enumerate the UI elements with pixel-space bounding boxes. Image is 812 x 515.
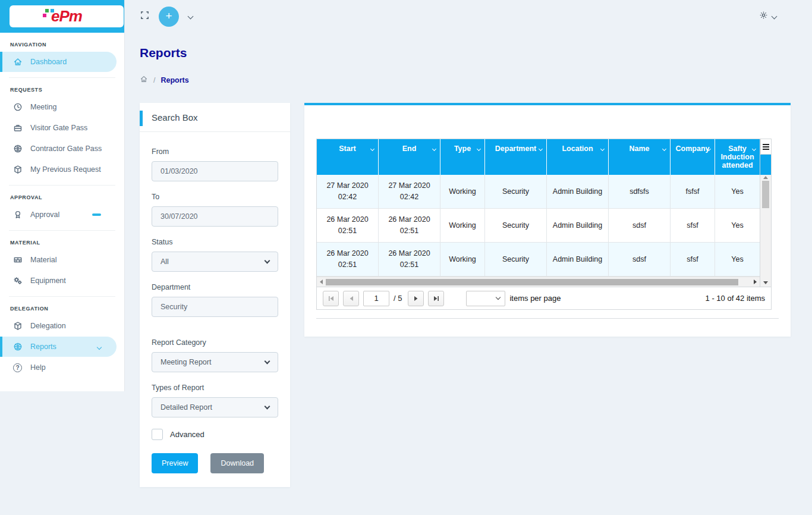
column-menu-chevron-icon[interactable] [662,147,666,151]
sidebar-item-delegation[interactable]: Delegation [0,316,117,336]
sidebar-item-label: Delegation [30,322,66,330]
column-header-location[interactable]: Location [547,139,609,175]
department-input[interactable] [152,297,278,317]
sidebar-item-label: Reports [30,343,56,351]
main-content: Reports / Reports Search Box From To Sta… [125,46,812,487]
collapse-minus-indicator[interactable] [92,213,101,216]
column-menu-chevron-icon[interactable] [539,147,543,151]
report-category-select[interactable]: Meeting Report [152,352,278,372]
logo-text: ePm [51,7,82,26]
scroll-right-arrow-icon[interactable] [754,280,757,284]
settings-menu[interactable] [759,11,776,22]
column-header-end[interactable]: End [379,139,440,175]
horizontal-scrollbar[interactable] [317,277,760,287]
items-per-page-select[interactable] [466,291,505,306]
sidebar-item-reports[interactable]: Reports [0,337,117,357]
table-row[interactable]: 26 Mar 202002:51 26 Mar 202002:51 Workin… [317,243,760,277]
sidebar-item-label: Dashboard [30,58,67,66]
advanced-checkbox[interactable] [152,429,163,440]
column-menu-chevron-icon[interactable] [477,147,481,151]
sidebar-item-dashboard[interactable]: Dashboard [0,52,117,72]
nav-section-requests: REQUESTS [0,78,124,96]
topbar: + [125,0,812,33]
sidebar-item-equipment[interactable]: Equipment [0,271,117,291]
status-label: Status [152,238,278,246]
cell-name: sdfsfs [609,175,671,208]
horizontal-scroll-thumb[interactable] [326,279,738,285]
status-select[interactable]: All [152,252,278,272]
report-category-selected-value: Meeting Report [160,358,211,366]
nav-section-material: MATERIAL [0,231,124,249]
column-header-type[interactable]: Type [440,139,485,175]
home-icon[interactable] [140,75,148,85]
plus-icon: + [165,10,172,23]
hamburger-icon [763,144,769,145]
last-page-button[interactable] [428,291,444,306]
fullscreen-icon[interactable] [140,11,149,22]
table-header-row: Start End Type Department Location Name … [317,139,760,175]
chevron-down-icon[interactable] [188,14,194,20]
clock-icon [12,102,23,112]
logo-square-pink [43,14,46,17]
chevron-down-icon[interactable] [97,343,101,351]
column-menu-chevron-icon[interactable] [432,147,436,151]
page-total-label: / 5 [394,294,402,303]
column-header-name[interactable]: Name [609,139,671,175]
to-label: To [152,193,278,201]
sidebar-item-my-previous-request[interactable]: My Previous Request [0,159,117,180]
column-menu-chevron-icon[interactable] [370,147,374,151]
column-menu-chevron-icon[interactable] [752,147,756,151]
search-box-title: Search Box [152,112,198,123]
column-header-company[interactable]: Company [671,139,715,175]
package-icon [12,165,23,175]
column-header-start[interactable]: Start [317,139,379,175]
from-date-input[interactable] [152,161,278,181]
app-logo[interactable]: ePm [10,5,124,27]
report-category-label: Report Category [152,338,278,347]
vertical-scroll-thumb[interactable] [762,181,769,208]
report-table-panel: Start End Type Department Location Name … [304,103,791,337]
pagination-bar: / 5 items per page 1 - 10 of 42 items [317,287,771,309]
types-of-report-select[interactable]: Detailed Report [152,397,278,417]
types-of-report-selected-value: Detailed Report [160,403,212,412]
gear-icon [759,11,768,22]
pagination-range-label: 1 - 10 of 42 items [706,294,765,303]
status-selected-value: All [160,258,169,266]
package-icon [12,321,23,331]
to-date-input[interactable] [152,206,278,227]
advanced-label: Advanced [170,430,204,439]
cell-end: 26 Mar 202002:51 [379,209,440,242]
sidebar: ePm NAVIGATION Dashboard REQUESTS Meetin… [0,0,125,391]
sidebar-item-meeting[interactable]: Meeting [0,97,117,117]
table-row[interactable]: 27 Mar 202002:42 27 Mar 202002:42 Workin… [317,175,760,209]
vertical-scrollbar[interactable] [760,175,771,287]
sidebar-item-label: Material [30,256,56,264]
preview-button[interactable]: Preview [152,453,198,473]
scroll-down-arrow-icon[interactable] [763,281,768,284]
previous-page-button[interactable] [343,291,359,306]
sidebar-item-help[interactable]: ? Help [0,357,117,378]
page-title: Reports [140,46,791,60]
sidebar-item-contractor-gate-pass[interactable]: Contractor Gate Pass [0,139,117,159]
sidebar-item-approval[interactable]: Approval [0,205,117,225]
cell-name: sdsf [609,243,671,276]
logo-square-green [45,9,49,12]
sidebar-item-visitor-gate-pass[interactable]: Visitor Gate Pass [0,118,117,138]
brand-band: ePm [0,0,124,33]
column-menu-button[interactable] [760,139,771,155]
add-new-button[interactable]: + [159,7,179,27]
scroll-left-arrow-icon[interactable] [320,280,323,284]
chevron-down-icon [265,403,270,409]
scroll-up-arrow-icon[interactable] [763,176,768,179]
sidebar-item-material[interactable]: Material [0,250,117,270]
download-button[interactable]: Download [210,453,264,473]
table-row[interactable]: 26 Mar 202002:51 26 Mar 202002:51 Workin… [317,209,760,243]
page-number-input[interactable] [363,291,389,306]
column-header-safty-induction[interactable]: Safty Induction attended [715,139,760,175]
next-page-button[interactable] [408,291,424,306]
column-header-department[interactable]: Department [485,139,547,175]
first-page-button[interactable] [323,291,339,306]
column-menu-chevron-icon[interactable] [600,147,605,151]
chevron-down-icon [265,258,270,263]
chevron-down-icon [496,295,501,300]
